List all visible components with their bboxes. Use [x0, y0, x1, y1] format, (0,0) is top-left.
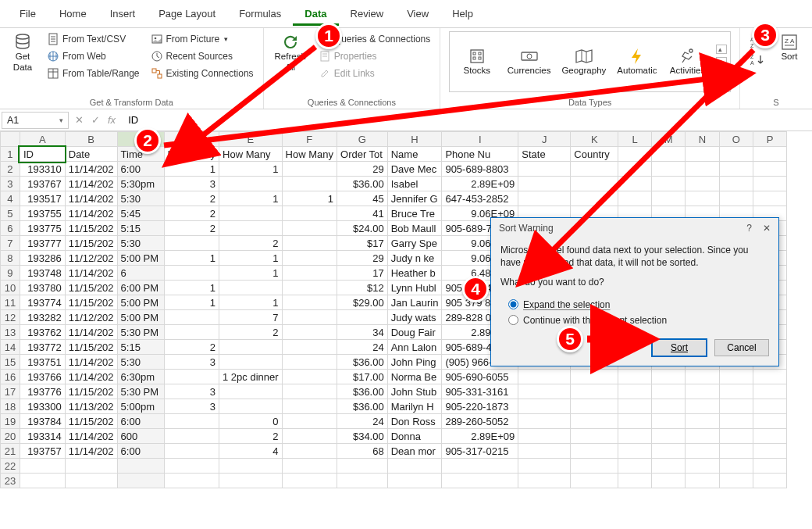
data-cell[interactable]: [651, 429, 686, 444]
radio-expand-input[interactable]: [508, 299, 518, 309]
data-cell[interactable]: [651, 177, 686, 191]
data-cell[interactable]: 193767: [20, 177, 65, 191]
data-cell[interactable]: 11/13/202: [65, 399, 117, 414]
data-cell[interactable]: 2.89E+09: [442, 429, 518, 444]
data-cell[interactable]: [164, 444, 219, 459]
data-cell[interactable]: [387, 474, 442, 488]
data-cell[interactable]: [518, 399, 571, 414]
data-types-gallery[interactable]: Stocks Currencies Geography Automatic Ac…: [449, 31, 732, 92]
data-cell[interactable]: 905-220-1873: [442, 399, 518, 414]
data-cell[interactable]: 5:45: [117, 206, 164, 221]
data-cell[interactable]: 11/14/202: [65, 325, 117, 340]
data-cell[interactable]: 193282: [20, 310, 65, 325]
data-cell[interactable]: 1: [219, 251, 283, 266]
data-cell[interactable]: 24: [337, 414, 388, 429]
data-cell[interactable]: 193310: [20, 162, 65, 177]
data-cell[interactable]: 29: [337, 162, 388, 177]
tab-page-layout[interactable]: Page Layout: [147, 2, 227, 26]
data-cell[interactable]: [686, 384, 719, 399]
activities-button[interactable]: Activities: [663, 45, 711, 78]
data-cell[interactable]: [686, 414, 719, 429]
tab-review[interactable]: Review: [339, 2, 396, 26]
data-cell[interactable]: 3: [164, 177, 219, 191]
data-cell[interactable]: [219, 459, 283, 474]
column-header[interactable]: G: [337, 132, 388, 147]
data-cell[interactable]: 1: [219, 295, 283, 310]
data-cell[interactable]: [618, 191, 651, 206]
data-cell[interactable]: [719, 429, 753, 444]
data-cell[interactable]: 0: [219, 414, 283, 429]
data-cell[interactable]: [117, 474, 164, 488]
data-cell[interactable]: 7: [219, 310, 283, 325]
data-cell[interactable]: [219, 384, 283, 399]
data-cell[interactable]: [282, 325, 337, 340]
column-header[interactable]: F: [282, 132, 337, 147]
data-cell[interactable]: Judy wats: [387, 310, 442, 325]
row-header[interactable]: 5: [1, 206, 20, 221]
data-cell[interactable]: 6:00 PM: [117, 281, 164, 295]
data-cell[interactable]: 6:00: [117, 414, 164, 429]
data-cell[interactable]: [282, 162, 337, 177]
row-header[interactable]: 10: [1, 281, 20, 295]
data-cell[interactable]: 193776: [20, 384, 65, 399]
data-cell[interactable]: 193772: [20, 340, 65, 355]
formula-input[interactable]: [122, 112, 812, 129]
data-cell[interactable]: 11/14/202: [65, 162, 117, 177]
data-cell[interactable]: $17: [337, 236, 388, 251]
data-cell[interactable]: [719, 459, 753, 474]
data-cell[interactable]: [719, 474, 753, 488]
data-cell[interactable]: 905-331-3161: [442, 384, 518, 399]
data-cell[interactable]: [618, 370, 651, 384]
radio-continue-selection[interactable]: Continue with the current selection: [500, 313, 769, 328]
data-cell[interactable]: [618, 459, 651, 474]
data-cell[interactable]: [753, 162, 787, 177]
tab-insert[interactable]: Insert: [98, 2, 148, 26]
data-cell[interactable]: 1 2pc dinner: [219, 370, 283, 384]
data-cell[interactable]: Phone Nu: [442, 147, 518, 162]
data-cell[interactable]: 5:30: [117, 236, 164, 251]
get-data-button[interactable]: Get Data: [6, 31, 39, 75]
data-cell[interactable]: 11/14/202: [65, 206, 117, 221]
data-cell[interactable]: [337, 459, 388, 474]
data-cell[interactable]: [686, 459, 719, 474]
row-header[interactable]: 7: [1, 236, 20, 251]
data-cell[interactable]: 1: [164, 295, 219, 310]
gallery-more-icon[interactable]: ⌄: [716, 70, 727, 79]
data-cell[interactable]: 193286: [20, 251, 65, 266]
row-header[interactable]: 20: [1, 429, 20, 444]
data-cell[interactable]: [571, 474, 618, 488]
data-cell[interactable]: [117, 459, 164, 474]
data-cell[interactable]: [571, 399, 618, 414]
column-header[interactable]: I: [442, 132, 518, 147]
data-cell[interactable]: [686, 191, 719, 206]
data-cell[interactable]: Bruce Tre: [387, 206, 442, 221]
data-cell[interactable]: [651, 147, 686, 162]
data-cell[interactable]: How Many: [219, 147, 283, 162]
data-cell[interactable]: $36.00: [337, 399, 388, 414]
data-cell[interactable]: [571, 177, 618, 191]
existing-connections-button[interactable]: Existing Connections: [148, 66, 257, 81]
data-cell[interactable]: [618, 414, 651, 429]
data-cell[interactable]: [282, 177, 337, 191]
data-cell[interactable]: 29: [337, 251, 388, 266]
radio-expand-selection[interactable]: Expand the selection: [500, 297, 769, 313]
data-cell[interactable]: [337, 310, 388, 325]
data-cell[interactable]: 2: [164, 340, 219, 355]
select-all-cell[interactable]: [1, 132, 20, 147]
column-header[interactable]: K: [571, 132, 618, 147]
data-cell[interactable]: [20, 459, 65, 474]
data-cell[interactable]: 193314: [20, 429, 65, 444]
data-cell[interactable]: Donna: [387, 429, 442, 444]
sort-descending-button[interactable]: ZA: [746, 52, 768, 67]
data-cell[interactable]: 11/15/202: [65, 221, 117, 236]
data-cell[interactable]: 5:00 PM: [117, 295, 164, 310]
data-cell[interactable]: [442, 459, 518, 474]
data-cell[interactable]: [571, 444, 618, 459]
data-cell[interactable]: [518, 459, 571, 474]
data-cell[interactable]: 1: [219, 266, 283, 281]
data-cell[interactable]: [753, 177, 787, 191]
data-cell[interactable]: [518, 429, 571, 444]
data-cell[interactable]: Norma Be: [387, 370, 442, 384]
row-header[interactable]: 11: [1, 295, 20, 310]
data-cell[interactable]: [686, 399, 719, 414]
